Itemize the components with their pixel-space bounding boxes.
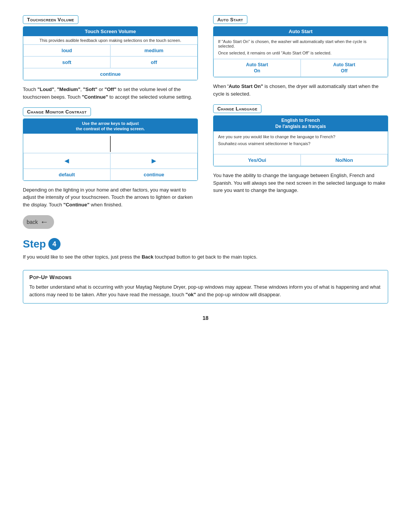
language-widget: English to French De l'anglais au frança… [213, 115, 388, 166]
contrast-bar [110, 136, 111, 152]
soft-button[interactable]: soft [23, 56, 110, 68]
language-buttons: Yes/Oui No/Non [213, 154, 388, 166]
autostart-title: Auto Start [213, 15, 247, 24]
continue-button[interactable]: continue [23, 68, 198, 80]
autostart-on-button[interactable]: Auto StartOn [213, 59, 301, 77]
popup-section: Pop-Up Windows To better understand what… [23, 270, 388, 304]
back-label: back [27, 219, 38, 225]
page-number: 18 [23, 315, 388, 321]
contrast-arrows-row: ◄ ► [23, 153, 198, 169]
autostart-body-line1: If "Auto Start On" is chosen, the washer… [218, 39, 383, 48]
contrast-title: Change Monitor Contrast [23, 107, 91, 116]
touchscreen-volume-widget: Touch Screen Volume This provides audibl… [23, 26, 198, 80]
autostart-header: Auto Start [213, 27, 388, 36]
touchscreen-volume-section: Touchscreen Volume Touch Screen Volume T… [23, 15, 198, 80]
autostart-body-line2: Once selected, it remains on until "Auto… [218, 51, 383, 55]
loud-button[interactable]: loud [23, 45, 110, 56]
language-header: English to French De l'anglais au frança… [213, 116, 388, 131]
back-arrow-icon: ← [40, 217, 49, 227]
language-section: Change Language English to French De l'a… [213, 104, 388, 166]
touchscreen-volume-title: Touchscreen Volume [23, 15, 78, 24]
language-body-line1: Are you sure you would like to change th… [218, 134, 383, 139]
step4-heading: Step 4 [23, 238, 388, 250]
medium-button[interactable]: medium [110, 45, 198, 56]
popup-body: To better understand what is occurring w… [29, 283, 382, 299]
autostart-body: If "Auto Start On" is chosen, the washer… [213, 36, 388, 59]
language-title: Change Language [213, 104, 261, 113]
touchscreen-description: Touch "Loud", "Medium", "Soft" or "Off" … [23, 86, 198, 101]
step-label: Step [23, 238, 46, 250]
widget-header: Touch Screen Volume [23, 27, 198, 36]
volume-grid: loud medium soft off continue [23, 45, 198, 80]
contrast-continue-button[interactable]: continue [110, 169, 198, 181]
contrast-description: Depending on the lighting in your home a… [23, 186, 198, 209]
widget-subtext: This provides audible feedback upon maki… [23, 36, 198, 45]
contrast-btn-row: default continue [23, 169, 198, 181]
contrast-header: Use the arrow keys to adjust the contras… [23, 119, 198, 134]
contrast-section: Change Monitor Contrast Use the arrow ke… [23, 107, 198, 181]
back-button-row: back ← [23, 215, 388, 234]
contrast-arrow-left[interactable]: ◄ [23, 153, 110, 169]
off-button[interactable]: off [110, 56, 198, 68]
autostart-off-button[interactable]: Auto StartOff [301, 59, 388, 77]
contrast-default-button[interactable]: default [23, 169, 110, 181]
step4-description: If you would like to see the other topic… [23, 253, 388, 261]
step4-container: Step 4 If you would like to see the othe… [23, 238, 388, 261]
autostart-section: Auto Start Auto Start If "Auto Start On"… [213, 15, 388, 77]
contrast-widget: Use the arrow keys to adjust the contras… [23, 118, 198, 181]
no-non-button[interactable]: No/Non [301, 154, 388, 166]
contrast-arrow-right[interactable]: ► [110, 153, 198, 169]
autostart-description: When 'Auto Start On" is chosen, the drye… [213, 83, 388, 97]
autostart-buttons: Auto StartOn Auto StartOff [213, 59, 388, 77]
language-body: Are you sure you would like to change th… [213, 131, 388, 154]
step4-number: 4 [48, 238, 61, 250]
autostart-widget: Auto Start If "Auto Start On" is chosen,… [213, 26, 388, 77]
back-button[interactable]: back ← [23, 215, 54, 229]
contrast-bar-row [23, 134, 198, 153]
language-description: You have the ability to change the langu… [213, 172, 388, 194]
language-body-line2: Souhaitez-vous vraiment sélectionner le … [218, 141, 383, 146]
popup-title: Pop-Up Windows [29, 274, 382, 280]
yes-oui-button[interactable]: Yes/Oui [213, 154, 301, 166]
